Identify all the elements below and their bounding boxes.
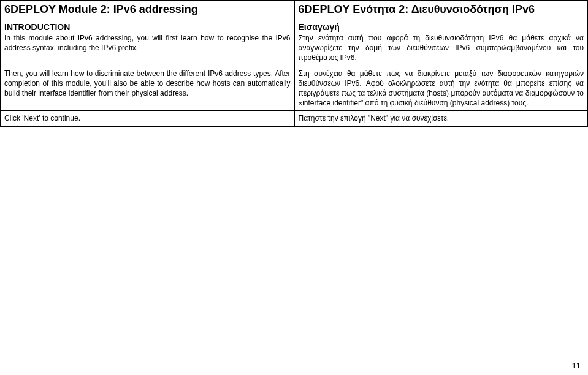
cell-right-1: 6DEPLOY Ενότητα 2: Διευθυνσιοδότηση IPv6… (294, 0, 589, 66)
cell-right-2: Στη συνέχεια θα μάθετε πώς να διακρίνετε… (294, 66, 589, 112)
cell-left-3: Click 'Next' to continue. (0, 111, 294, 126)
row-1: 6DEPLOY Module 2: IPv6 addressing INTROD… (0, 0, 588, 66)
row-2: Then, you will learn how to discriminate… (0, 66, 588, 112)
intro-right: Στην ενότητα αυτή που αφορά τη διευθυνσι… (299, 33, 584, 63)
click-next-left: Click 'Next' to continue. (4, 113, 291, 123)
title-left: 6DEPLOY Module 2: IPv6 addressing (4, 3, 291, 16)
page-number: 11 (572, 361, 581, 370)
para1-left: Then, you will learn how to discriminate… (4, 69, 291, 99)
row-3: Click 'Next' to continue. Πατήστε την επ… (0, 111, 588, 126)
cell-left-2: Then, you will learn how to discriminate… (0, 66, 294, 112)
subtitle-left: INTRODUCTION (4, 22, 291, 32)
title-right: 6DEPLOY Ενότητα 2: Διευθυνσιοδότηση IPv6 (299, 3, 584, 16)
subtitle-right: Εισαγωγή (299, 22, 584, 32)
click-next-right: Πατήστε την επιλογή "Next" για να συνεχί… (299, 113, 584, 123)
document-table: 6DEPLOY Module 2: IPv6 addressing INTROD… (0, 0, 588, 127)
intro-left: In this module about IPv6 addressing, yo… (4, 33, 291, 53)
cell-left-1: 6DEPLOY Module 2: IPv6 addressing INTROD… (0, 0, 294, 66)
cell-right-3: Πατήστε την επιλογή "Next" για να συνεχί… (294, 111, 589, 126)
para1-right: Στη συνέχεια θα μάθετε πώς να διακρίνετε… (299, 69, 584, 108)
